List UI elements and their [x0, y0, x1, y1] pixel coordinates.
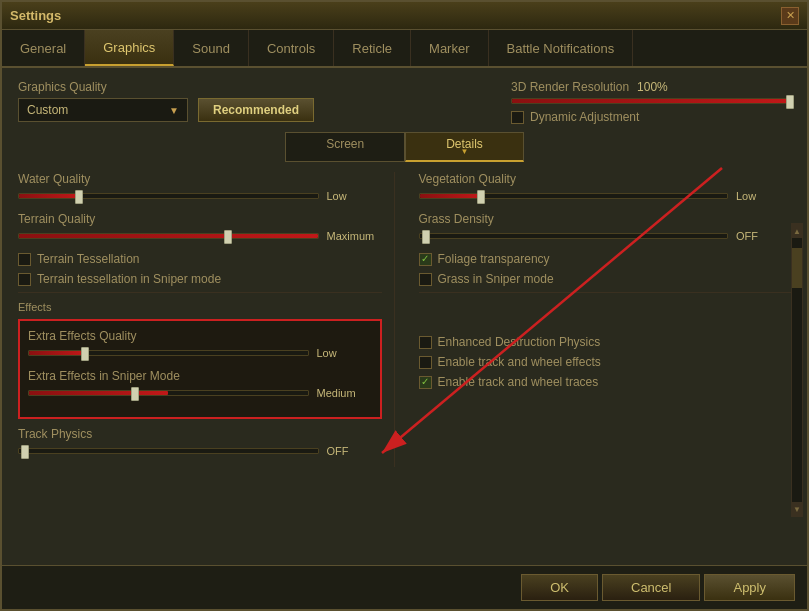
grass-density-row: Grass Density OFF — [419, 212, 792, 242]
enhanced-destruction-checkbox[interactable] — [419, 336, 432, 349]
tab-marker[interactable]: Marker — [411, 30, 488, 66]
scroll-track — [792, 238, 802, 502]
terrain-quality-label: Terrain Quality — [18, 212, 382, 226]
sub-tab-screen[interactable]: Screen — [285, 132, 405, 162]
effects-title: Effects — [18, 301, 382, 313]
footer: OK Cancel Apply — [2, 565, 807, 609]
content-area: Graphics Quality Custom ▼ Recommended 3D… — [2, 68, 807, 565]
scroll-thumb[interactable] — [792, 248, 802, 288]
vegetation-quality-slider[interactable] — [419, 193, 729, 199]
ok-button[interactable]: OK — [521, 574, 598, 601]
render-percent-value: 100% — [637, 80, 668, 94]
terrain-quality-value: Maximum — [327, 230, 382, 242]
track-wheel-effects-label: Enable track and wheel effects — [438, 355, 601, 369]
settings-window: Settings ✕ General Graphics Sound Contro… — [0, 0, 809, 611]
extra-effects-sniper-label: Extra Effects in Sniper Mode — [28, 369, 372, 383]
window-title: Settings — [10, 8, 61, 23]
track-wheel-effects-row: Enable track and wheel effects — [419, 355, 792, 369]
render-slider-row — [511, 98, 791, 104]
terrain-tessellation-checkbox[interactable] — [18, 253, 31, 266]
apply-button[interactable]: Apply — [704, 574, 795, 601]
track-physics-slider[interactable] — [18, 448, 319, 454]
sub-tab-bar: Screen Details — [18, 132, 791, 162]
tab-bar: General Graphics Sound Controls Reticle … — [2, 30, 807, 68]
cancel-button[interactable]: Cancel — [602, 574, 700, 601]
grass-sniper-checkbox[interactable] — [419, 273, 432, 286]
extra-effects-sniper-slider[interactable] — [28, 390, 309, 396]
scrollbar[interactable]: ▲ ▼ — [791, 223, 803, 517]
vegetation-quality-label: Vegetation Quality — [419, 172, 792, 186]
extra-effects-row: Extra Effects Quality Low — [28, 329, 372, 359]
tab-sound[interactable]: Sound — [174, 30, 249, 66]
effects-section: Effects Extra Effects Quality Low — [18, 301, 382, 457]
terrain-tessellation-sniper-row: Terrain tessellation in Sniper mode — [18, 272, 382, 286]
foliage-transparency-row: Foliage transparency — [419, 252, 792, 266]
track-wheel-effects-checkbox[interactable] — [419, 356, 432, 369]
right-column: Vegetation Quality Low Grass Density — [415, 172, 792, 467]
vegetation-quality-row: Vegetation Quality Low — [419, 172, 792, 202]
quality-select[interactable]: Custom ▼ — [18, 98, 188, 122]
terrain-tessellation-sniper-checkbox[interactable] — [18, 273, 31, 286]
water-quality-row: Water Quality Low — [18, 172, 382, 202]
tab-reticle[interactable]: Reticle — [334, 30, 411, 66]
terrain-tessellation-label: Terrain Tessellation — [37, 252, 140, 266]
track-wheel-traces-label: Enable track and wheel traces — [438, 375, 599, 389]
tab-graphics[interactable]: Graphics — [85, 30, 174, 66]
water-quality-value: Low — [327, 190, 382, 202]
dynamic-adjustment-label: Dynamic Adjustment — [530, 110, 639, 124]
render-slider-track[interactable] — [511, 98, 791, 104]
title-bar: Settings ✕ — [2, 2, 807, 30]
water-quality-slider[interactable] — [18, 193, 319, 199]
scroll-down-button[interactable]: ▼ — [792, 502, 802, 516]
sub-tab-details[interactable]: Details — [405, 132, 524, 162]
extra-effects-value: Low — [317, 347, 372, 359]
tab-controls[interactable]: Controls — [249, 30, 334, 66]
track-physics-label: Track Physics — [18, 427, 382, 441]
grass-density-label: Grass Density — [419, 212, 792, 226]
render-resolution-label: 3D Render Resolution — [511, 80, 629, 94]
settings-grid: Water Quality Low Terrain Quality — [18, 172, 791, 467]
grass-density-value: OFF — [736, 230, 791, 242]
terrain-quality-slider[interactable] — [18, 233, 319, 239]
scroll-up-button[interactable]: ▲ — [792, 224, 802, 238]
track-wheel-traces-row: Enable track and wheel traces — [419, 375, 792, 389]
select-arrow-icon: ▼ — [169, 105, 179, 116]
close-button[interactable]: ✕ — [781, 7, 799, 25]
recommended-button[interactable]: Recommended — [198, 98, 314, 122]
tab-general[interactable]: General — [2, 30, 85, 66]
grass-sniper-row: Grass in Sniper mode — [419, 272, 792, 286]
tab-battle-notifications[interactable]: Battle Notifications — [489, 30, 634, 66]
graphics-quality-label: Graphics Quality — [18, 80, 314, 94]
track-physics-value: OFF — [327, 445, 382, 457]
extra-effects-slider[interactable] — [28, 350, 309, 356]
grass-sniper-label: Grass in Sniper mode — [438, 272, 554, 286]
vegetation-quality-value: Low — [736, 190, 791, 202]
track-physics-row: Track Physics OFF — [18, 427, 382, 457]
left-column: Water Quality Low Terrain Quality — [18, 172, 395, 467]
extra-effects-sniper-value: Medium — [317, 387, 372, 399]
water-quality-label: Water Quality — [18, 172, 382, 186]
track-wheel-traces-checkbox[interactable] — [419, 376, 432, 389]
extra-effects-sniper-row: Extra Effects in Sniper Mode Medium — [28, 369, 372, 399]
dynamic-adjustment-checkbox[interactable] — [511, 111, 524, 124]
enhanced-destruction-row: Enhanced Destruction Physics — [419, 335, 792, 349]
effects-highlighted-box: Extra Effects Quality Low Ext — [18, 319, 382, 419]
foliage-transparency-label: Foliage transparency — [438, 252, 550, 266]
grass-density-slider[interactable] — [419, 233, 729, 239]
foliage-transparency-checkbox[interactable] — [419, 253, 432, 266]
terrain-quality-row: Terrain Quality Maximum — [18, 212, 382, 242]
extra-effects-label: Extra Effects Quality — [28, 329, 372, 343]
terrain-tessellation-sniper-label: Terrain tessellation in Sniper mode — [37, 272, 221, 286]
enhanced-destruction-label: Enhanced Destruction Physics — [438, 335, 601, 349]
terrain-tessellation-row: Terrain Tessellation — [18, 252, 382, 266]
